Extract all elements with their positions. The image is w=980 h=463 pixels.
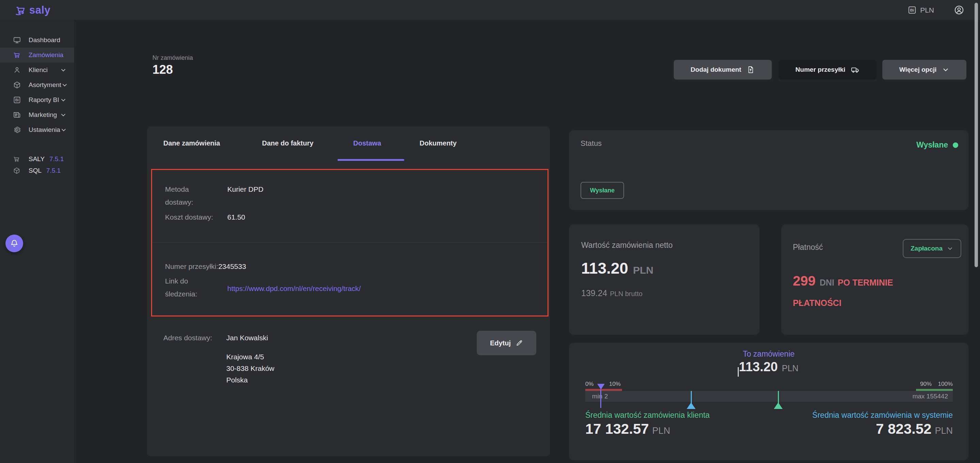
net-currency: PLN <box>633 265 653 276</box>
svg-text:Bi: Bi <box>15 98 19 102</box>
order-number-value: 128 <box>153 63 173 77</box>
address-country: Polska <box>226 376 248 384</box>
version-name: SALY <box>29 155 45 163</box>
status-card: Status Wysłane Wysłane <box>569 130 969 210</box>
delivery-method-label: Metoda dostawy: <box>165 183 205 209</box>
order-value-gauge: 0% 10% 90% 100% min 2 max 155442 Średnia… <box>585 381 953 428</box>
sidebar-item-clients[interactable]: Klienci <box>0 63 74 78</box>
cart-icon <box>13 51 21 59</box>
payment-card: Płatność Zapłacona 299DNIPO TERMINIE PŁA… <box>781 224 969 335</box>
app-root: saly Bi PLN <box>0 0 980 463</box>
edit-address-button[interactable]: Edytuj <box>477 331 536 355</box>
this-order-currency: PLN <box>782 363 799 373</box>
tracking-number-label: Numer przesyłki: <box>165 260 218 273</box>
version-number: 7.5.1 <box>46 167 60 174</box>
chevron-down-icon <box>60 97 67 103</box>
delivery-method-value: Kurier DPD <box>227 183 263 196</box>
this-order-marker-icon <box>597 384 605 390</box>
gear-icon <box>13 126 21 134</box>
shipping-address-label: Adres dostawy: <box>163 334 212 342</box>
sidebar-item-assortment[interactable]: Asortyment <box>0 78 74 92</box>
sidebar-item-dashboard[interactable]: Dashboard <box>0 33 74 48</box>
overdue-days: 299 <box>793 273 816 288</box>
sidebar-item-bi-reports[interactable]: Bi Raporty BI <box>0 92 74 108</box>
this-order-marker-line <box>600 390 601 408</box>
this-order-value: 113.20 <box>739 360 778 374</box>
active-tab-indicator <box>337 159 404 161</box>
sidebar-item-orders[interactable]: Zamówienia <box>0 48 74 63</box>
client-average-value: 17 132.57 <box>585 421 649 437</box>
tracking-number-row: Numer przesyłki:2345533 <box>165 260 246 273</box>
logo[interactable]: saly <box>15 4 50 16</box>
bell-icon <box>10 239 19 248</box>
chevron-down-icon <box>61 82 68 89</box>
payment-status-value: Zapłacona <box>911 245 943 252</box>
sidebar-item-label: Dashboard <box>29 36 60 44</box>
tracking-number-value: 2345533 <box>218 260 246 273</box>
cart-icon <box>13 155 21 163</box>
sidebar-item-label: Marketing <box>29 111 57 119</box>
order-comparison-card: To zamówienie 113.20PLN 0% 10% 90% 100% … <box>569 342 969 460</box>
sidebar-item-settings[interactable]: Ustawienia <box>0 122 74 137</box>
version-name: SQL <box>29 167 41 174</box>
sidebar-item-marketing[interactable]: Marketing <box>0 108 74 122</box>
gross-suffix: PLN brutto <box>610 290 643 298</box>
system-average-currency: PLN <box>935 426 953 436</box>
overdue-text-line1: PO TERMINIE <box>838 278 893 287</box>
gauge-title: To zamówienie <box>569 349 969 358</box>
client-average-currency: PLN <box>652 426 670 436</box>
sidebar: Dashboard Zamówienia Klienci <box>0 20 75 463</box>
cart-logo-icon <box>15 5 27 16</box>
cube-icon <box>13 167 21 174</box>
more-options-label: Więcej opcji <box>899 66 937 73</box>
order-number-label: Nr zamówienia <box>153 54 193 62</box>
notifications-button[interactable] <box>5 235 23 252</box>
edit-button-label: Edytuj <box>490 339 511 347</box>
chevron-down-icon <box>60 111 67 118</box>
tab-invoice-data[interactable]: Dane do faktury <box>262 140 313 147</box>
client-average-marker-icon <box>774 403 783 409</box>
logo-text: saly <box>29 4 50 16</box>
account-icon[interactable] <box>954 5 964 15</box>
chevron-down-icon <box>947 245 953 252</box>
app-version-saly: SALY 7.5.1 <box>0 153 74 165</box>
scale-label-0: 0% <box>585 381 594 387</box>
status-value: Wysłane <box>916 140 948 149</box>
payment-status-dropdown[interactable]: Zapłacona <box>903 239 961 258</box>
vertical-scrollbar[interactable] <box>975 3 978 267</box>
overdue-days-unit: DNI <box>820 278 834 287</box>
tab-documents[interactable]: Dokumenty <box>420 140 457 147</box>
add-document-label: Dodaj dokument <box>691 66 741 73</box>
sidebar-item-label: Raporty BI <box>29 96 59 104</box>
order-value-card: Wartość zamówienia netto 113.20 PLN 139.… <box>569 224 759 335</box>
chevron-down-icon <box>60 67 67 73</box>
tracking-number-button[interactable]: Numer przesyłki <box>778 60 877 79</box>
net-value: 113.20 <box>581 259 628 277</box>
tracking-link[interactable]: https://www.dpd.com/nl/en/receiving/trac… <box>227 282 361 295</box>
gauge-track: min 2 max 155442 <box>585 391 953 402</box>
status-dot-icon <box>953 143 958 148</box>
address-city: 30-838 Kraków <box>226 365 274 373</box>
address-street: Krajowa 4/5 <box>226 353 264 361</box>
sidebar-item-label: Klienci <box>29 66 48 74</box>
tab-delivery[interactable]: Dostawa <box>353 140 381 147</box>
currency-label: PLN <box>920 6 934 14</box>
system-average-value: 7 823.52 <box>876 421 932 437</box>
add-document-button[interactable]: Dodaj dokument <box>674 60 772 79</box>
sidebar-item-label: Asortyment <box>29 81 61 89</box>
scale-label-10: 10% <box>609 381 620 387</box>
recipient-name: Jan Kowalski <box>226 334 268 342</box>
version-number: 7.5.1 <box>49 155 64 163</box>
chevron-down-icon <box>60 127 67 133</box>
svg-text:Bi: Bi <box>910 8 914 13</box>
currency-selector[interactable]: Bi PLN <box>907 5 934 14</box>
system-average-marker-icon <box>687 403 695 409</box>
status-badge: Wysłane <box>581 182 624 199</box>
tab-order-data[interactable]: Dane zamówienia <box>163 140 220 147</box>
topbar: saly Bi PLN <box>0 0 980 21</box>
tracking-number-label: Numer przesyłki <box>795 66 846 73</box>
more-options-button[interactable]: Więcej opcji <box>882 60 966 79</box>
text-cursor <box>738 367 739 377</box>
person-icon <box>13 66 21 74</box>
document-upload-icon <box>746 66 755 74</box>
